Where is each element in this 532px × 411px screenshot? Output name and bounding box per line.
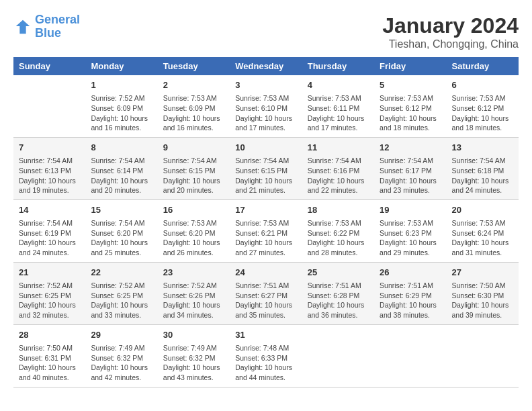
day-info: Sunrise: 7:53 AM Sunset: 6:09 PM Dayligh… xyxy=(163,93,224,133)
weekday-header-friday: Friday xyxy=(374,57,446,75)
week-row-1: 1Sunrise: 7:52 AM Sunset: 6:09 PM Daylig… xyxy=(13,75,519,137)
day-info: Sunrise: 7:51 AM Sunset: 6:28 PM Dayligh… xyxy=(308,281,369,320)
calendar-cell xyxy=(374,324,446,387)
day-info: Sunrise: 7:51 AM Sunset: 6:29 PM Dayligh… xyxy=(380,281,441,320)
day-info: Sunrise: 7:54 AM Sunset: 6:18 PM Dayligh… xyxy=(452,156,513,195)
day-number: 27 xyxy=(452,267,513,279)
day-number: 30 xyxy=(163,329,224,341)
calendar-cell: 24Sunrise: 7:51 AM Sunset: 6:27 PM Dayli… xyxy=(230,262,302,324)
day-number: 8 xyxy=(91,142,152,154)
day-info: Sunrise: 7:54 AM Sunset: 6:14 PM Dayligh… xyxy=(91,156,152,195)
calendar-subtitle: Tieshan, Chongqing, China xyxy=(382,38,519,50)
calendar-cell: 13Sunrise: 7:54 AM Sunset: 6:18 PM Dayli… xyxy=(447,137,519,199)
calendar-cell: 1Sunrise: 7:52 AM Sunset: 6:09 PM Daylig… xyxy=(85,75,157,137)
day-number: 9 xyxy=(163,142,224,154)
calendar-cell: 12Sunrise: 7:54 AM Sunset: 6:17 PM Dayli… xyxy=(374,137,446,199)
calendar-title: January 2024 xyxy=(382,13,519,38)
calendar-cell: 31Sunrise: 7:48 AM Sunset: 6:33 PM Dayli… xyxy=(230,324,302,387)
calendar-cell: 27Sunrise: 7:50 AM Sunset: 6:30 PM Dayli… xyxy=(447,262,519,324)
day-number: 7 xyxy=(19,142,80,154)
day-number: 24 xyxy=(235,267,296,279)
calendar-cell: 14Sunrise: 7:54 AM Sunset: 6:19 PM Dayli… xyxy=(13,199,85,262)
day-number: 3 xyxy=(235,79,296,91)
calendar-cell: 4Sunrise: 7:53 AM Sunset: 6:11 PM Daylig… xyxy=(302,75,374,137)
calendar-cell: 18Sunrise: 7:53 AM Sunset: 6:22 PM Dayli… xyxy=(302,199,374,262)
weekday-header-monday: Monday xyxy=(85,57,157,75)
day-info: Sunrise: 7:54 AM Sunset: 6:16 PM Dayligh… xyxy=(308,156,369,195)
day-number: 16 xyxy=(163,204,224,216)
weekday-header-thursday: Thursday xyxy=(302,57,374,75)
calendar-cell xyxy=(447,324,519,387)
calendar-table: SundayMondayTuesdayWednesdayThursdayFrid… xyxy=(13,57,519,387)
calendar-cell: 8Sunrise: 7:54 AM Sunset: 6:14 PM Daylig… xyxy=(85,137,157,199)
day-number: 19 xyxy=(380,204,441,216)
calendar-cell: 30Sunrise: 7:49 AM Sunset: 6:32 PM Dayli… xyxy=(158,324,230,387)
day-info: Sunrise: 7:49 AM Sunset: 6:32 PM Dayligh… xyxy=(91,343,152,383)
day-number: 20 xyxy=(452,204,513,216)
day-info: Sunrise: 7:50 AM Sunset: 6:30 PM Dayligh… xyxy=(452,281,513,320)
day-number: 10 xyxy=(235,142,296,154)
day-number: 26 xyxy=(380,267,441,279)
weekday-header-tuesday: Tuesday xyxy=(158,57,230,75)
calendar-cell: 20Sunrise: 7:53 AM Sunset: 6:24 PM Dayli… xyxy=(447,199,519,262)
day-number: 12 xyxy=(380,142,441,154)
day-number: 4 xyxy=(308,79,369,91)
day-info: Sunrise: 7:53 AM Sunset: 6:24 PM Dayligh… xyxy=(452,218,513,258)
calendar-cell xyxy=(302,324,374,387)
day-info: Sunrise: 7:54 AM Sunset: 6:15 PM Dayligh… xyxy=(235,156,296,195)
weekday-header-wednesday: Wednesday xyxy=(230,57,302,75)
week-row-3: 14Sunrise: 7:54 AM Sunset: 6:19 PM Dayli… xyxy=(13,199,519,262)
week-row-4: 21Sunrise: 7:52 AM Sunset: 6:25 PM Dayli… xyxy=(13,262,519,324)
day-info: Sunrise: 7:49 AM Sunset: 6:32 PM Dayligh… xyxy=(163,343,224,383)
day-number: 28 xyxy=(19,329,80,341)
day-info: Sunrise: 7:54 AM Sunset: 6:13 PM Dayligh… xyxy=(19,156,80,195)
day-number: 23 xyxy=(163,267,224,279)
calendar-cell: 7Sunrise: 7:54 AM Sunset: 6:13 PM Daylig… xyxy=(13,137,85,199)
week-row-5: 28Sunrise: 7:50 AM Sunset: 6:31 PM Dayli… xyxy=(13,324,519,387)
day-number: 1 xyxy=(91,79,152,91)
weekday-header-saturday: Saturday xyxy=(447,57,519,75)
day-number: 11 xyxy=(308,142,369,154)
day-info: Sunrise: 7:54 AM Sunset: 6:19 PM Dayligh… xyxy=(19,218,80,258)
day-info: Sunrise: 7:51 AM Sunset: 6:27 PM Dayligh… xyxy=(235,281,296,320)
day-number: 6 xyxy=(452,79,513,91)
calendar-cell: 6Sunrise: 7:53 AM Sunset: 6:12 PM Daylig… xyxy=(447,75,519,137)
weekday-header-row: SundayMondayTuesdayWednesdayThursdayFrid… xyxy=(13,57,519,75)
day-number: 31 xyxy=(235,329,296,341)
calendar-cell: 25Sunrise: 7:51 AM Sunset: 6:28 PM Dayli… xyxy=(302,262,374,324)
day-number: 29 xyxy=(91,329,152,341)
day-number: 5 xyxy=(380,79,441,91)
weekday-header-sunday: Sunday xyxy=(13,57,85,75)
calendar-cell: 2Sunrise: 7:53 AM Sunset: 6:09 PM Daylig… xyxy=(158,75,230,137)
day-info: Sunrise: 7:52 AM Sunset: 6:25 PM Dayligh… xyxy=(91,281,152,320)
day-info: Sunrise: 7:53 AM Sunset: 6:20 PM Dayligh… xyxy=(163,218,224,258)
day-info: Sunrise: 7:53 AM Sunset: 6:12 PM Dayligh… xyxy=(380,93,441,133)
day-info: Sunrise: 7:54 AM Sunset: 6:17 PM Dayligh… xyxy=(380,156,441,195)
calendar-cell: 15Sunrise: 7:54 AM Sunset: 6:20 PM Dayli… xyxy=(85,199,157,262)
day-number: 13 xyxy=(452,142,513,154)
calendar-cell: 22Sunrise: 7:52 AM Sunset: 6:25 PM Dayli… xyxy=(85,262,157,324)
calendar-cell: 29Sunrise: 7:49 AM Sunset: 6:32 PM Dayli… xyxy=(85,324,157,387)
calendar-cell: 26Sunrise: 7:51 AM Sunset: 6:29 PM Dayli… xyxy=(374,262,446,324)
calendar-cell: 16Sunrise: 7:53 AM Sunset: 6:20 PM Dayli… xyxy=(158,199,230,262)
logo-icon xyxy=(13,17,32,36)
day-info: Sunrise: 7:53 AM Sunset: 6:21 PM Dayligh… xyxy=(235,218,296,258)
calendar-cell: 19Sunrise: 7:53 AM Sunset: 6:23 PM Dayli… xyxy=(374,199,446,262)
day-number: 21 xyxy=(19,267,80,279)
day-info: Sunrise: 7:53 AM Sunset: 6:22 PM Dayligh… xyxy=(308,218,369,258)
calendar-cell: 5Sunrise: 7:53 AM Sunset: 6:12 PM Daylig… xyxy=(374,75,446,137)
day-info: Sunrise: 7:50 AM Sunset: 6:31 PM Dayligh… xyxy=(19,343,80,383)
day-info: Sunrise: 7:53 AM Sunset: 6:11 PM Dayligh… xyxy=(308,93,369,133)
day-number: 17 xyxy=(235,204,296,216)
week-row-2: 7Sunrise: 7:54 AM Sunset: 6:13 PM Daylig… xyxy=(13,137,519,199)
calendar-cell: 23Sunrise: 7:52 AM Sunset: 6:26 PM Dayli… xyxy=(158,262,230,324)
calendar-cell: 9Sunrise: 7:54 AM Sunset: 6:15 PM Daylig… xyxy=(158,137,230,199)
logo: General Blue xyxy=(13,13,80,40)
day-number: 22 xyxy=(91,267,152,279)
day-info: Sunrise: 7:52 AM Sunset: 6:26 PM Dayligh… xyxy=(163,281,224,320)
day-info: Sunrise: 7:53 AM Sunset: 6:10 PM Dayligh… xyxy=(235,93,296,133)
calendar-cell: 28Sunrise: 7:50 AM Sunset: 6:31 PM Dayli… xyxy=(13,324,85,387)
logo-text: General Blue xyxy=(35,13,80,40)
calendar-cell: 21Sunrise: 7:52 AM Sunset: 6:25 PM Dayli… xyxy=(13,262,85,324)
calendar-cell: 10Sunrise: 7:54 AM Sunset: 6:15 PM Dayli… xyxy=(230,137,302,199)
